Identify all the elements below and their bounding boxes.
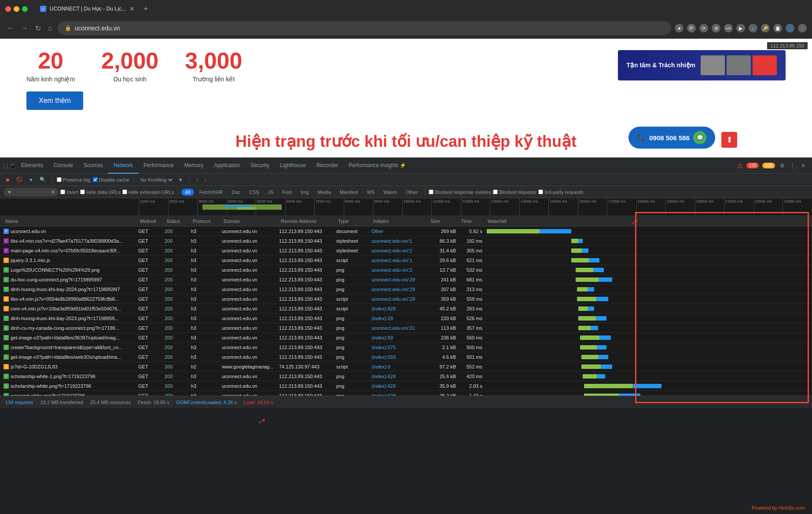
tab-sources[interactable]: Sources xyxy=(78,158,108,174)
tab-memory[interactable]: Memory xyxy=(179,158,209,174)
cell-initiator[interactable]: uconnect.edu.vn/:31 xyxy=(370,325,427,331)
cell-initiator[interactable]: (index):593 xyxy=(370,354,427,360)
tab-recorder[interactable]: Recorder xyxy=(311,158,343,174)
filter-manifest-btn[interactable]: Manifest xyxy=(336,189,362,196)
extension1-icon[interactable]: 🔑 xyxy=(761,24,770,33)
filter-wasm-btn[interactable]: Wasm xyxy=(380,189,400,196)
third-party-input[interactable] xyxy=(538,190,543,194)
header-initiator[interactable]: Initiator xyxy=(371,219,429,224)
cell-initiator[interactable]: (index):0 xyxy=(370,364,427,369)
tab-close-icon[interactable]: ✕ xyxy=(129,5,135,12)
tab-performance[interactable]: Performance xyxy=(138,158,179,174)
cell-initiator[interactable]: uconnect.edu.vn/:29 xyxy=(370,296,427,302)
filter-font-btn[interactable]: Font xyxy=(279,189,295,196)
table-row[interactable]: I dinh-huong-truoc-khi-bay-2024.png?t=17… xyxy=(0,284,812,294)
tab-performance-insights[interactable]: Performance insights ⚡ xyxy=(343,158,412,174)
minimize-button[interactable] xyxy=(14,6,19,12)
filter-ws-btn[interactable]: WS xyxy=(363,189,378,196)
blocked-requests-checkbox[interactable]: Blocked requests xyxy=(493,190,536,195)
export-har-btn[interactable]: ↓ xyxy=(202,176,209,183)
cell-initiator[interactable]: uconnect.edu.vn/:1 xyxy=(370,238,427,244)
header-remote[interactable]: Remote Address xyxy=(279,219,336,224)
header-method[interactable]: Method xyxy=(138,219,165,224)
forward-button[interactable]: → xyxy=(19,22,30,34)
record-button[interactable]: ⏺ xyxy=(4,176,12,183)
back-button[interactable]: ← xyxy=(5,22,16,34)
devtools-close-icon[interactable]: ✕ xyxy=(800,162,807,169)
cell-initiator[interactable]: Other xyxy=(370,229,427,234)
invert-checkbox[interactable]: Invert xyxy=(60,190,79,195)
clear-button[interactable]: 🚫 xyxy=(15,176,24,183)
phone-badge[interactable]: 📞 0908 506 586 💬 xyxy=(628,127,715,149)
cell-initiator[interactable]: uconnect.edu.vn/:1 xyxy=(370,248,427,253)
filter-css-btn[interactable]: CSS xyxy=(246,189,263,196)
table-row[interactable]: I scholarship-white.png?t=1719223796 GET… xyxy=(0,381,812,391)
filter-img-btn[interactable]: Img xyxy=(297,189,312,196)
import-har-btn[interactable]: ↑ xyxy=(194,176,200,183)
xem-them-button[interactable]: Xem thêm xyxy=(26,91,83,110)
filter-input[interactable] xyxy=(14,190,49,195)
disable-cache-input[interactable] xyxy=(93,177,98,182)
user-icon[interactable]: 👤 xyxy=(786,24,794,33)
tab-elements[interactable]: Elements xyxy=(16,158,48,174)
devtools-more-icon[interactable]: ⋮ xyxy=(789,162,796,169)
header-time[interactable]: Time xyxy=(459,219,486,224)
header-protocol[interactable]: Protocol xyxy=(191,219,222,224)
table-row[interactable]: D uconnect.edu.vn GET 200 h3 uconnect.ed… xyxy=(0,226,812,236)
cell-initiator[interactable]: (index):59 xyxy=(370,335,427,340)
table-row[interactable]: I dinh-cu-my-canada-cung-uconnect.png?t=… xyxy=(0,323,812,333)
filter-media-btn[interactable]: Media xyxy=(314,189,334,196)
tab-application[interactable]: Application xyxy=(209,158,245,174)
header-name[interactable]: Name xyxy=(2,219,138,224)
search-button[interactable]: 🔍 xyxy=(38,176,48,183)
preserve-log-input[interactable] xyxy=(57,177,62,182)
table-row[interactable]: J jquery-3.3.1.min.js GET 200 h3 uconnec… xyxy=(0,255,812,265)
blocked-cookies-checkbox[interactable]: Blocked response cookies xyxy=(429,190,491,195)
blocked-requests-input[interactable] xyxy=(493,190,498,194)
table-row[interactable]: I create?background=transparent&type=all… xyxy=(0,343,812,352)
cell-initiator[interactable]: (index):575 xyxy=(370,345,427,350)
cell-initiator[interactable]: (index):29 xyxy=(370,316,427,321)
table-row[interactable]: I get-image-v3?path=/datafiles/web3Os/up… xyxy=(0,352,812,362)
filter-all-btn[interactable]: All xyxy=(181,189,194,196)
table-row[interactable]: J js?id=G-10DZG1JL83 GET 200 h2 www.goog… xyxy=(0,362,812,372)
table-row[interactable]: J core-v4.min.js?v=10ba3a959d91bd01f53e5… xyxy=(0,304,812,314)
cell-initiator[interactable]: (index):628 xyxy=(370,306,427,311)
profile-icon[interactable]: IP xyxy=(687,24,696,33)
table-row[interactable]: I get-image-v3?path=/datafiles/36397/upl… xyxy=(0,333,812,343)
header-domain[interactable]: Domain xyxy=(222,219,279,224)
filter-fetch-btn[interactable]: Fetch/XHR xyxy=(196,189,227,196)
sync-icon[interactable]: ⟳ xyxy=(699,24,708,33)
filter-clear-btn[interactable]: ✕ xyxy=(51,189,55,195)
header-type[interactable]: Type xyxy=(336,219,371,224)
throttling-config-btn[interactable]: ▼ xyxy=(176,176,185,183)
throttling-select[interactable]: No throttling xyxy=(139,177,174,183)
hide-data-urls-input[interactable] xyxy=(80,190,85,194)
media-icon[interactable]: ▶ xyxy=(736,24,745,33)
filter-button[interactable]: ▼ xyxy=(27,176,35,183)
table-row[interactable]: I du-hoc-cung-uconnect.png?t=1719895997 … xyxy=(0,275,812,284)
tab-lighthouse[interactable]: Lighthouse xyxy=(275,158,311,174)
browser-tab[interactable]: U UCONNECT | Du Học - Du Lịc... ✕ xyxy=(35,2,140,16)
cell-initiator[interactable]: uconnect.edu.vn/:2 xyxy=(370,267,427,273)
devtools-inspect-icon[interactable]: ⬚ xyxy=(2,162,9,169)
filter-other-btn[interactable]: Other xyxy=(402,189,422,196)
cell-initiator[interactable]: uconnect.edu.vn/:29 xyxy=(370,287,427,292)
table-row[interactable]: C libs-v4.min.css?v=d27fae47a75177a38038… xyxy=(0,236,812,246)
chat-icon[interactable]: 💬 xyxy=(693,131,706,144)
home-button[interactable]: ⌂ xyxy=(46,22,54,34)
cell-initiator[interactable]: (index):628 xyxy=(370,383,427,389)
third-party-checkbox[interactable]: 3rd-party requests xyxy=(538,190,584,195)
table-row[interactable]: I Logo%20UCONNECT%20%284%29.png GET 200 … xyxy=(0,265,812,275)
refr-icon[interactable]: refr xyxy=(724,24,733,33)
tab-console[interactable]: Console xyxy=(48,158,78,174)
close-button[interactable] xyxy=(5,6,11,12)
filter-js-btn[interactable]: JS xyxy=(265,189,277,196)
cell-initiator[interactable]: uconnect.edu.vn/:28 xyxy=(370,277,427,282)
preserve-log-checkbox[interactable]: Preserve log xyxy=(57,177,90,182)
tab-security[interactable]: Security xyxy=(245,158,275,174)
new-tab-button[interactable]: + xyxy=(140,3,152,15)
scroll-up-button[interactable]: ⬆ xyxy=(721,132,737,148)
reload-button[interactable]: ↻ xyxy=(33,22,43,34)
filter-doc-btn[interactable]: Doc xyxy=(228,189,244,196)
